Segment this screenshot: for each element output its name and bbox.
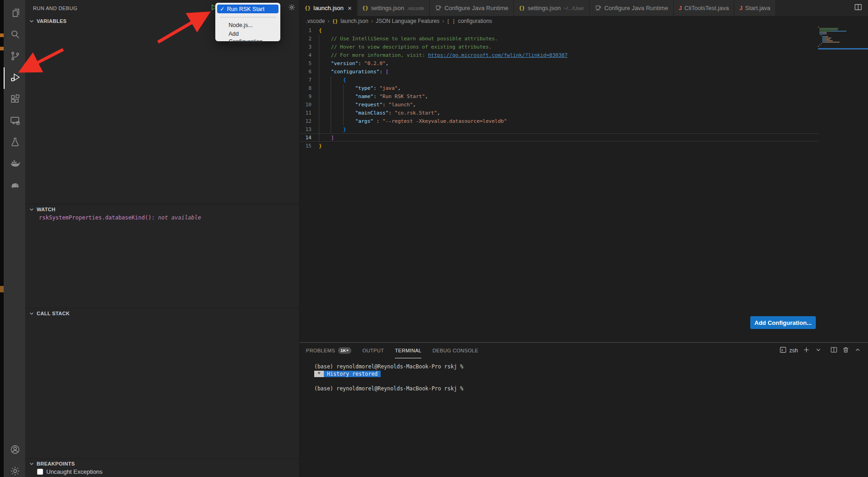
launch-profile-chevron-icon[interactable] xyxy=(815,346,822,355)
panel-tab-output[interactable]: OUTPUT xyxy=(362,343,384,358)
line-number: 4 xyxy=(300,51,319,59)
indent-guide xyxy=(319,60,331,68)
editor-tab-configure-java-runtime[interactable]: Configure Java Runtime xyxy=(590,0,673,16)
terminal-output[interactable]: (base) reynoldmorel@Reynolds-MacBook-Pro… xyxy=(300,358,868,392)
uncaught-exceptions-checkbox[interactable] xyxy=(37,469,43,475)
new-terminal-icon[interactable] xyxy=(803,346,810,355)
add-configuration-button[interactable]: Add Configuration... xyxy=(750,316,816,329)
indent-guide xyxy=(343,109,355,117)
breadcrumb-item-json-language-features[interactable]: JSON Language Features xyxy=(376,18,439,24)
indent-guide xyxy=(331,117,343,126)
code-line-3: 3// Hover to view descriptions of existi… xyxy=(300,43,819,51)
chevron-down-icon xyxy=(29,207,34,212)
line-content: { xyxy=(319,76,346,83)
line-number: 6 xyxy=(300,68,319,75)
menu-item-node-js-[interactable]: Node.js... xyxy=(217,21,278,30)
watch-section-header[interactable]: WATCH xyxy=(25,204,299,214)
watch-expression[interactable]: rskSystemProperties.databaseKind(): not … xyxy=(39,214,201,221)
panel-tab-label: OUTPUT xyxy=(362,348,384,353)
indent-guide xyxy=(319,93,331,101)
indent-guide xyxy=(319,43,331,51)
line-content: "request": "launch", xyxy=(319,101,416,108)
watch-separator: : xyxy=(152,214,158,221)
line-content: "type": "java", xyxy=(319,84,401,92)
breadcrumb-item--vscode[interactable]: .vscode xyxy=(306,18,325,24)
uncaught-exceptions-row: Uncaught Exceptions xyxy=(37,468,103,475)
kill-terminal-icon[interactable] xyxy=(842,346,849,355)
json-file-icon: {} xyxy=(332,19,340,24)
indent-guide xyxy=(319,84,331,93)
breakpoints-section-header[interactable]: BREAKPOINTS xyxy=(25,458,299,468)
editor-tab-settings-json[interactable]: {}settings.json.vscode xyxy=(357,0,430,16)
split-terminal-icon[interactable] xyxy=(830,346,837,355)
background-tick xyxy=(0,47,4,50)
indent-guide xyxy=(319,68,331,76)
menu-item-run-rsk-start[interactable]: ✓ Run RSK Start xyxy=(217,5,278,13)
activity-item-docker[interactable] xyxy=(4,154,25,175)
code-line-4: 4// For more information, visit: https:/… xyxy=(300,51,819,59)
gear-icon[interactable] xyxy=(288,4,295,13)
breadcrumb-item-launch-json[interactable]: {} launch.json xyxy=(332,18,368,24)
minimap[interactable] xyxy=(818,27,868,49)
activity-item-source-control[interactable] xyxy=(4,46,25,67)
indent-guide xyxy=(319,51,331,60)
panel-tab-debug-console[interactable]: DEBUG CONSOLE xyxy=(432,343,478,358)
line-content: "mainClass": "co.rsk.Start", xyxy=(319,109,440,116)
panel-tab-problems[interactable]: PROBLEMS1K+ xyxy=(306,343,351,358)
tab-label: settings.json xyxy=(528,5,561,11)
activity-item-run-and-debug[interactable] xyxy=(4,67,25,89)
activity-item-remote-explorer[interactable] xyxy=(4,110,25,132)
terminal-line: * History restored xyxy=(314,370,868,378)
terminal-icon xyxy=(780,346,786,355)
editor-tab-settings-json[interactable]: {}settings.json~/.../User xyxy=(514,0,590,16)
breadcrumb-item-configurations[interactable]: [ ] configurations xyxy=(447,18,492,24)
indent-guide xyxy=(319,35,331,43)
code-line-13: 13} xyxy=(300,125,819,133)
shell-label[interactable]: zsh xyxy=(789,347,798,354)
background-tick xyxy=(0,33,4,37)
panel-tab-label: PROBLEMS xyxy=(306,348,335,353)
activity-item-gradle[interactable] xyxy=(4,175,25,197)
background-tick xyxy=(0,286,4,292)
activity-item-testing[interactable] xyxy=(4,132,25,154)
line-content: "args" : "--regtest -Xkeyvalue.datasourc… xyxy=(319,117,507,125)
line-content: // Use IntelliSense to learn about possi… xyxy=(319,35,498,42)
indent-guide xyxy=(331,93,343,101)
activity-item-accounts[interactable] xyxy=(4,439,25,461)
editor-group: {}launch.json×{}settings.json.vscodeConf… xyxy=(299,0,868,477)
minimap-current-line-bar xyxy=(818,48,868,49)
call-stack-section-header[interactable]: CALL STACK xyxy=(25,308,299,318)
chevron-down-icon xyxy=(29,461,34,466)
tab-description: .vscode xyxy=(407,5,424,11)
menu-item-add-configuration-[interactable]: Add Configuration... xyxy=(217,30,278,38)
minimap-line xyxy=(818,33,868,34)
whale-icon xyxy=(10,158,21,171)
code-line-8: 8"type": "java", xyxy=(300,84,819,92)
uncaught-exceptions-label: Uncaught Exceptions xyxy=(46,468,103,475)
extensions-icon xyxy=(10,93,21,106)
breadcrumb-separator: › xyxy=(370,18,374,24)
editor-tab-clitoolstest-java[interactable]: JCliToolsTest.java xyxy=(674,0,735,16)
editor-tab-configure-java-runtime[interactable]: Configure Java Runtime xyxy=(430,0,513,16)
line-content: "configurations": [ xyxy=(319,68,388,75)
variables-label: VARIABLES xyxy=(37,18,66,24)
line-content: } xyxy=(319,142,322,149)
close-icon[interactable]: × xyxy=(348,5,352,11)
activity-item-explorer[interactable] xyxy=(4,3,25,24)
code-editor[interactable]: 1{2// Use IntelliSense to learn about po… xyxy=(300,26,819,150)
activity-item-search[interactable] xyxy=(4,24,25,46)
code-line-14: 14] xyxy=(300,133,819,142)
activity-item-extensions[interactable] xyxy=(4,89,25,110)
activity-item-manage[interactable] xyxy=(4,461,25,477)
indent-guide xyxy=(331,101,343,109)
code-line-1: 1{ xyxy=(300,26,819,34)
watch-expr-text: rskSystemProperties.databaseKind() xyxy=(39,214,152,221)
panel-tab-terminal[interactable]: TERMINAL xyxy=(395,343,421,358)
run-and-debug-sidebar: RUN AND DEBUG ⋯ VARIABLES WATCH rskSyste… xyxy=(25,0,299,477)
editor-tab-start-java[interactable]: JStart.java xyxy=(734,0,776,16)
split-editor-icon[interactable] xyxy=(854,3,862,13)
line-number: 14 xyxy=(300,134,319,141)
editor-tab-launch-json[interactable]: {}launch.json× xyxy=(300,0,357,16)
code-line-10: 10"request": "launch", xyxy=(300,100,819,109)
maximize-panel-icon[interactable] xyxy=(854,346,861,355)
